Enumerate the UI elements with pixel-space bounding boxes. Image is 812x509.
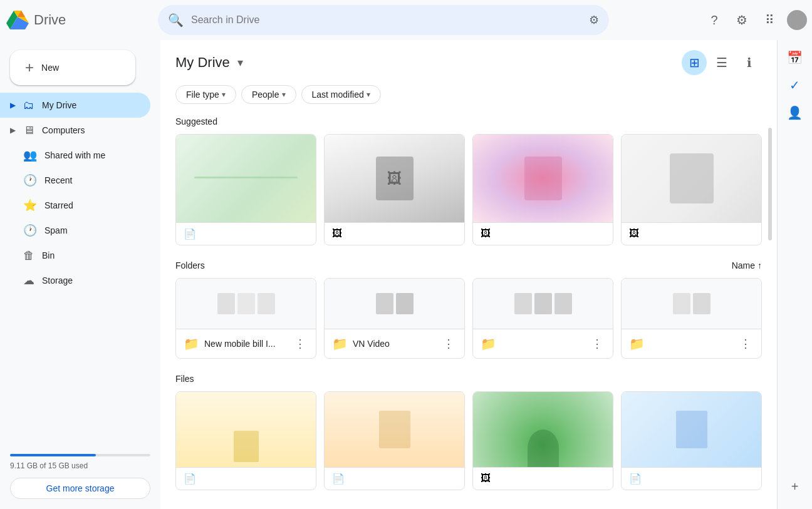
bin-icon: 🗑 <box>23 249 34 262</box>
new-button[interactable]: + New <box>10 50 135 85</box>
file-card-2[interactable]: 📄 <box>324 391 465 490</box>
file-type-arrow-icon: ▾ <box>222 90 226 99</box>
sidebar-item-label-storage: Storage <box>42 275 73 285</box>
suggested-thumbnail-1 <box>176 135 316 222</box>
file-thumbnail-4 <box>622 392 761 467</box>
file-icon-1: 📄 <box>184 473 196 485</box>
calendar-panel-button[interactable]: 📅 <box>783 45 808 70</box>
sidebar-item-label-starred: Starred <box>44 200 73 210</box>
last-modified-filter[interactable]: Last modified ▾ <box>301 85 381 104</box>
new-plus-icon: + <box>25 59 34 76</box>
sidebar-item-recent[interactable]: ▶ 🕐 Recent <box>0 168 150 193</box>
sidebar-item-my-drive[interactable]: ▶ 🗂 My Drive <box>0 93 150 118</box>
sidebar-item-label-computers: Computers <box>42 125 85 135</box>
app-name: Drive <box>34 12 66 28</box>
folder-name-1: New mobile bill I... <box>204 339 287 349</box>
computers-icon: 🖥 <box>23 124 34 137</box>
sidebar-item-bin[interactable]: ▶ 🗑 Bin <box>0 243 150 268</box>
filters-bar: File type ▾ People ▾ Last modified ▾ <box>175 85 762 104</box>
file-card-4[interactable]: 📄 <box>621 391 762 490</box>
suggested-card-footer-3: 🖼 <box>473 222 613 244</box>
logo-area: Drive <box>5 9 155 31</box>
folders-section-header: Folders Name ↑ <box>175 260 762 270</box>
settings-button[interactable]: ⚙ <box>729 8 754 33</box>
suggested-card-footer-4: 🖼 <box>622 222 761 244</box>
folder-icon-4: 📁 <box>629 336 645 351</box>
file-card-3[interactable]: 🖼 <box>472 391 613 490</box>
suggested-card-2[interactable]: 🖼 🖼 <box>324 134 465 245</box>
header-actions: ⊞ ☰ ℹ <box>682 50 762 75</box>
sidebar-item-label-recent: Recent <box>44 175 72 185</box>
storage-bar-bg <box>10 454 150 456</box>
search-input[interactable] <box>191 14 581 26</box>
search-icon: 🔍 <box>168 13 184 28</box>
search-bar: 🔍 ⚙ <box>158 5 609 35</box>
folder-card-4[interactable]: 📁 ⋮ <box>621 278 762 359</box>
get-more-storage-button[interactable]: Get more storage <box>10 478 150 499</box>
tasks-panel-button[interactable]: ✓ <box>783 73 808 98</box>
people-label: People <box>252 90 279 100</box>
sidebar-item-storage[interactable]: ▶ ☁ Storage <box>0 268 150 293</box>
folder-menu-1[interactable]: ⋮ <box>292 334 308 353</box>
chevron-right-icon: ▶ <box>10 101 16 110</box>
add-panel-button[interactable]: + <box>783 474 808 499</box>
drive-title-text: My Drive <box>175 54 230 71</box>
sidebar-item-starred[interactable]: ▶ ⭐ Starred <box>0 193 150 218</box>
file-footer-2: 📄 <box>325 467 464 490</box>
folder-menu-3[interactable]: ⋮ <box>589 334 605 353</box>
file-type-label: File type <box>186 90 219 100</box>
search-filter-icon[interactable]: ⚙ <box>589 13 599 27</box>
main-content: My Drive ▾ ⊞ ☰ ℹ File type ▾ People ▾ La… <box>160 40 777 509</box>
folder-card-2[interactable]: 📁 VN Video ⋮ <box>324 278 465 359</box>
suggested-thumbnail-2: 🖼 <box>325 135 464 222</box>
people-arrow-icon: ▾ <box>282 90 286 99</box>
doc-icon-1: 📄 <box>184 228 196 240</box>
folder-thumbnail-4 <box>622 279 761 329</box>
apps-button[interactable]: ⠿ <box>757 8 782 33</box>
info-button[interactable]: ℹ <box>737 50 762 75</box>
storage-spacer: ▶ <box>10 276 16 285</box>
folder-card-3[interactable]: 📁 ⋮ <box>472 278 613 359</box>
folder-card-1[interactable]: 📁 New mobile bill I... ⋮ <box>175 278 316 359</box>
sidebar-item-spam[interactable]: ▶ 🕐 Spam <box>0 218 150 243</box>
sidebar-item-shared-with-me[interactable]: ▶ 👥 Shared with me <box>0 143 150 168</box>
doc-icon-2: 🖼 <box>332 228 342 239</box>
people-filter[interactable]: People ▾ <box>241 85 296 104</box>
folder-footer-1: 📁 New mobile bill I... ⋮ <box>176 329 316 358</box>
folder-menu-2[interactable]: ⋮ <box>440 334 457 353</box>
file-footer-3: 🖼 <box>473 467 613 489</box>
folder-name-2: VN Video <box>353 339 435 349</box>
contacts-panel-button[interactable]: 👤 <box>783 100 808 125</box>
suggested-card-4[interactable]: 🖼 <box>621 134 762 245</box>
recent-icon: 🕐 <box>23 173 37 187</box>
folder-menu-4[interactable]: ⋮ <box>737 334 754 353</box>
right-panel: 📅 ✓ 👤 + <box>777 40 812 509</box>
file-card-1[interactable]: 📄 <box>175 391 316 490</box>
storage-bar-fill <box>10 454 96 456</box>
chevron-right-icon-2: ▶ <box>10 126 16 135</box>
help-button[interactable]: ? <box>702 8 727 33</box>
scrollbar[interactable] <box>768 128 772 240</box>
suggested-thumbnail-4 <box>622 135 761 222</box>
suggested-card-footer-2: 🖼 <box>325 222 464 244</box>
folder-icon-2: 📁 <box>332 336 348 351</box>
suggested-card-3[interactable]: 🖼 <box>472 134 613 245</box>
grid-view-button[interactable]: ⊞ <box>682 50 707 75</box>
sort-arrow-icon: ↑ <box>757 260 762 270</box>
storage-used-text: 9.11 GB of 15 GB used <box>10 461 150 470</box>
drive-logo-icon <box>5 9 30 31</box>
folders-sort-control[interactable]: Name ↑ <box>732 260 762 270</box>
last-modified-arrow-icon: ▾ <box>367 90 370 99</box>
sidebar-item-label-my-drive: My Drive <box>42 100 76 110</box>
file-icon-2: 📄 <box>332 473 345 485</box>
doc-icon-3: 🖼 <box>481 228 491 239</box>
folder-footer-2: 📁 VN Video ⋮ <box>325 329 464 358</box>
file-type-filter[interactable]: File type ▾ <box>175 85 236 104</box>
sidebar-item-computers[interactable]: ▶ 🖥 Computers <box>0 118 150 143</box>
list-view-button[interactable]: ☰ <box>709 50 734 75</box>
suggested-card-1[interactable]: 📄 <box>175 134 316 245</box>
drive-title-dropdown-button[interactable]: ▾ <box>235 53 246 72</box>
folders-label: Folders <box>175 260 205 270</box>
avatar[interactable] <box>787 10 807 30</box>
sidebar-item-label-spam: Spam <box>44 225 68 235</box>
